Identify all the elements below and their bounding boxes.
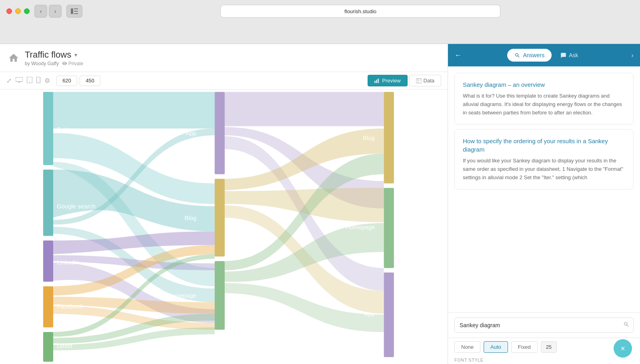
font-style-label: FONT STYLE [448,356,640,364]
main-content: Traffic flows ▾ by Woody Gaffy Private ⤢ [0,44,640,364]
svg-rect-28 [384,272,394,357]
project-author: by Woody Gaffy [25,61,59,66]
help-panel: ← Answers Ask › [448,44,640,364]
address-text: flourish.studio [344,8,376,14]
app-right-label: App [364,311,374,317]
browser-chrome: ‹ › flourish.studio [0,0,640,44]
help-header: ← Answers Ask › [448,44,640,66]
forward-arrow-icon: › [54,8,56,14]
answers-tab[interactable]: Answers [507,49,552,62]
settings-bar: None Auto Fixed 25 [448,338,640,356]
help-back-button[interactable]: ← [454,51,462,60]
svg-rect-18 [43,92,53,165]
back-arrow-icon: ← [454,51,462,60]
close-button[interactable]: × [614,339,632,358]
svg-rect-3 [74,13,78,14]
editor-toolbar: ⤢ ⚙ [0,72,448,90]
traffic-lights [6,8,30,14]
eye-icon [62,61,67,66]
resize-icon[interactable]: ⤢ [6,77,12,84]
close-traffic-light[interactable] [6,8,12,14]
tablet-icon[interactable] [27,77,32,85]
ask-tab[interactable]: Ask [553,49,585,62]
desktop-icon[interactable] [16,77,23,84]
editor-header: Traffic flows ▾ by Woody Gaffy Private [0,44,448,72]
panel-right-arrow[interactable]: › [631,51,634,60]
editor-panel: Traffic flows ▾ by Woody Gaffy Private ⤢ [0,44,448,364]
minimize-traffic-light[interactable] [15,8,21,14]
help-tabs: Answers Ask [466,49,626,62]
article-2-title[interactable]: How to specify the ordering of your resu… [463,137,625,154]
data-label: Data [424,78,434,84]
svg-rect-12 [376,80,377,83]
svg-rect-14 [416,78,422,83]
svg-point-10 [38,82,39,82]
app-mid-label: App [186,130,196,136]
ask-tab-label: Ask [569,52,578,58]
article-2-body: If you would like your Sankey diagram to… [463,157,625,182]
sankey-diagram: Twitter Google search LinkedIn Facebook … [0,90,448,364]
svg-rect-4 [16,77,23,82]
article-1-title[interactable]: Sankey diagram – an overview [463,80,625,89]
width-input[interactable] [56,76,77,86]
back-button[interactable]: ‹ [34,5,47,18]
close-icon: × [620,344,625,353]
view-buttons: Preview Data [368,75,441,86]
search-magnifier-icon [623,321,630,329]
help-article-1: Sankey diagram – an overview What is it … [454,73,634,124]
svg-point-8 [29,82,30,82]
forward-button[interactable]: › [49,5,62,18]
home-icon[interactable] [8,52,19,64]
svg-rect-21 [43,286,53,328]
mobile-icon[interactable] [36,77,40,85]
sidebar-icon [71,8,78,14]
svg-rect-2 [74,11,78,12]
help-articles: Sankey diagram – an overview What is it … [448,66,640,312]
help-search-container [448,312,640,338]
number-value: 25 [541,341,557,353]
svg-rect-24 [215,179,225,256]
blog-mid-label: Blog [184,215,196,221]
svg-rect-22 [43,332,53,362]
visibility-label: Private [68,61,83,66]
svg-rect-0 [71,8,73,14]
svg-rect-19 [43,170,53,236]
address-bar[interactable]: flourish.studio [220,5,500,18]
help-article-2: How to specify the ordering of your resu… [454,129,634,189]
search-icon [514,52,520,58]
svg-rect-1 [74,8,78,9]
settings-icon[interactable]: ⚙ [44,77,50,84]
auto-button[interactable]: Auto [484,341,508,353]
data-button[interactable]: Data [409,75,441,86]
viz-area: Twitter Google search LinkedIn Facebook … [0,90,448,364]
project-title: Traffic flows ▾ [25,50,83,60]
answers-tab-label: Answers [523,52,544,58]
size-inputs [56,76,100,86]
blog-right-label: Blog [363,135,375,141]
twitter-label: Twitter [57,126,74,133]
maximize-traffic-light[interactable] [24,8,30,14]
preview-button[interactable]: Preview [368,75,407,86]
toolbar-icons: ⤢ ⚙ [6,77,50,85]
none-button[interactable]: None [454,341,480,353]
fixed-button[interactable]: Fixed [511,341,538,353]
back-arrow-icon: ‹ [40,8,42,14]
google-search-label: Google search [57,203,96,210]
article-1-body: What is it for? Use this template to cre… [463,92,625,117]
project-name: Traffic flows [25,50,71,60]
svg-rect-20 [43,240,53,282]
homepage-mid-label: Homepage [167,292,196,299]
sidebar-toggle-button[interactable] [66,5,82,18]
help-search-input[interactable] [454,318,634,333]
svg-rect-13 [378,78,379,83]
chat-icon [560,52,566,58]
project-meta: by Woody Gaffy Private [25,61,83,66]
svg-rect-27 [384,188,394,268]
svg-rect-25 [215,261,225,330]
height-input[interactable] [80,76,100,86]
private-badge: Private [62,61,83,66]
nav-buttons: ‹ › [34,5,62,18]
project-dropdown-arrow[interactable]: ▾ [74,52,77,58]
facebook-label: Facebook [57,303,83,310]
project-info: Traffic flows ▾ by Woody Gaffy Private [25,50,83,66]
